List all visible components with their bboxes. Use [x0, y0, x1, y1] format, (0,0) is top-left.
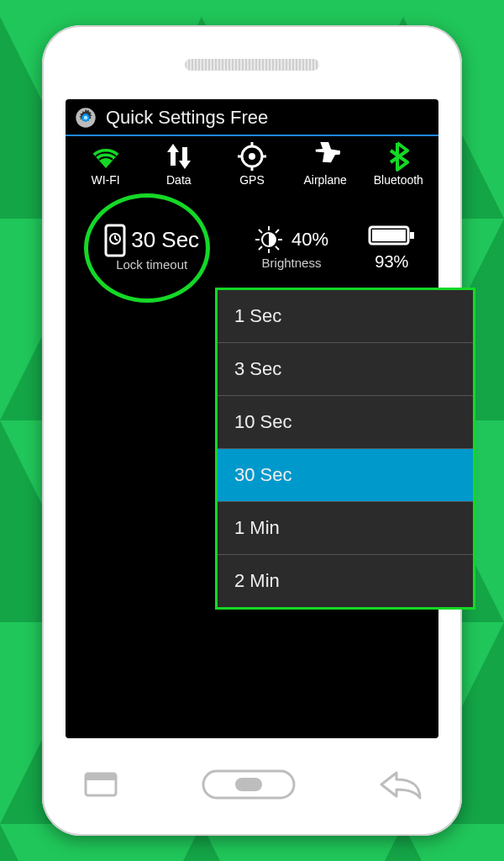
- home-button[interactable]: [198, 766, 299, 803]
- svg-line-45: [259, 246, 262, 250]
- hardware-navbar: [42, 755, 462, 814]
- bluetooth-toggle[interactable]: Bluetooth: [365, 141, 431, 187]
- timeout-option-4[interactable]: 1 Min: [218, 502, 473, 555]
- airplane-icon: [292, 141, 358, 172]
- svg-rect-47: [410, 232, 414, 239]
- svg-line-44: [276, 230, 279, 233]
- data-arrows-icon: [146, 141, 212, 172]
- timeout-dropdown: 1 Sec 3 Sec 10 Sec 30 Sec 1 Min 2 Min: [215, 288, 475, 610]
- app-titlebar: Quick Settings Free: [66, 99, 438, 136]
- svg-rect-23: [171, 151, 176, 166]
- battery-icon: [368, 224, 415, 247]
- svg-point-22: [84, 116, 88, 120]
- brightness-icon: [255, 225, 283, 254]
- wifi-icon: [73, 141, 139, 172]
- selection-ring: [84, 193, 210, 303]
- brightness-value: 40%: [291, 229, 328, 251]
- bluetooth-label: Bluetooth: [365, 173, 431, 187]
- app-title: Quick Settings Free: [106, 107, 268, 129]
- brightness-label: Brightness: [255, 256, 328, 270]
- svg-rect-48: [372, 230, 406, 241]
- bluetooth-icon: [365, 141, 431, 172]
- timeout-option-0[interactable]: 1 Sec: [218, 290, 473, 343]
- svg-marker-26: [179, 161, 191, 169]
- timeout-option-3[interactable]: 30 Sec: [218, 449, 473, 502]
- gps-label: GPS: [219, 173, 285, 187]
- airplane-label: Airplane: [292, 173, 358, 187]
- phone-speaker: [185, 59, 319, 71]
- svg-point-28: [249, 153, 255, 160]
- svg-rect-52: [235, 778, 262, 791]
- recent-apps-button[interactable]: [81, 769, 121, 800]
- svg-rect-50: [86, 774, 116, 780]
- back-button[interactable]: [376, 768, 423, 801]
- svg-line-43: [276, 246, 279, 250]
- data-label: Data: [146, 173, 212, 187]
- brightness-tile[interactable]: 40% Brightness: [255, 225, 328, 270]
- battery-value: 93%: [368, 252, 415, 272]
- battery-tile[interactable]: 93%: [368, 224, 415, 272]
- quick-toggle-row: WI-FI Data: [66, 136, 438, 190]
- svg-marker-24: [167, 144, 179, 152]
- timeout-option-1[interactable]: 3 Sec: [218, 343, 473, 396]
- wifi-toggle[interactable]: WI-FI: [73, 141, 139, 187]
- timeout-option-5[interactable]: 2 Min: [218, 555, 473, 607]
- svg-line-42: [259, 230, 262, 233]
- timeout-option-2[interactable]: 10 Sec: [218, 396, 473, 449]
- gps-icon: [219, 141, 285, 172]
- airplane-toggle[interactable]: Airplane: [292, 141, 358, 187]
- status-row: 30 Sec Lock timeout: [66, 190, 438, 301]
- phone-frame: Quick Settings Free WI-FI: [42, 25, 462, 836]
- data-toggle[interactable]: Data: [146, 141, 212, 187]
- svg-rect-25: [182, 147, 187, 162]
- gear-icon: [74, 106, 97, 129]
- gps-toggle[interactable]: GPS: [219, 141, 285, 187]
- lock-timeout-tile[interactable]: 30 Sec Lock timeout: [89, 197, 215, 298]
- wifi-label: WI-FI: [73, 173, 139, 187]
